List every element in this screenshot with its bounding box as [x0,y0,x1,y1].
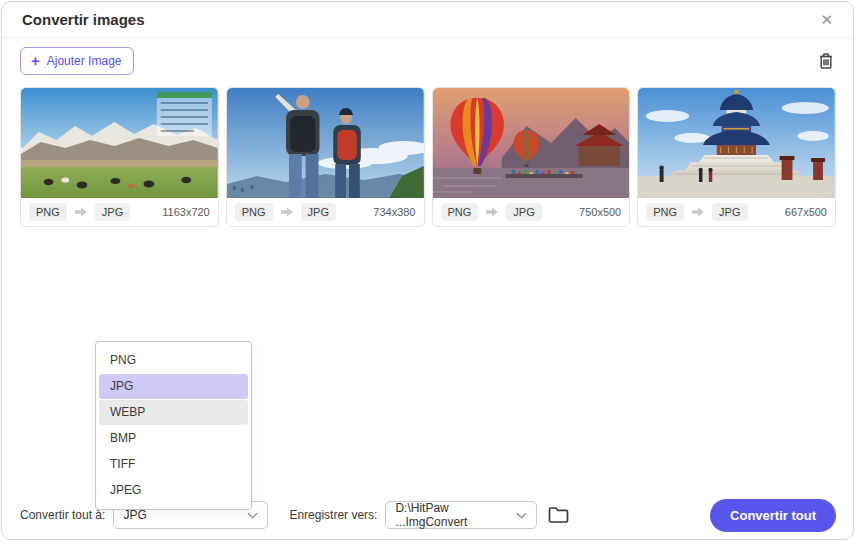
dropdown-option-jpeg[interactable]: JPEG [99,478,248,503]
target-format-badge: JPG [506,203,541,221]
image-dimensions: 750x500 [579,206,621,218]
format-dropdown-menu: PNG JPG WEBP BMP TIFF JPEG [95,341,252,510]
arrow-right-icon [280,207,294,217]
save-path-value: D:\HitPaw ...ImgConvert [395,501,516,529]
image-card[interactable]: PNG JPG 667x500 [637,87,836,227]
card-footer: PNG JPG 667x500 [638,198,835,226]
target-format-badge: JPG [95,203,130,221]
dialog-title: Convertir images [22,11,145,28]
thumbnail-temple [638,88,835,198]
thumbnail-mountain-cows [21,88,218,198]
add-image-label: Ajouter Image [47,54,122,68]
target-format-badge: JPG [301,203,336,221]
dropdown-option-bmp[interactable]: BMP [99,426,248,451]
card-footer: PNG JPG 1163x720 [21,198,218,226]
chevron-down-icon [247,512,258,519]
convert-all-button[interactable]: Convertir tout [710,499,836,532]
thumbnail-balloons [433,88,630,198]
image-dimensions: 734x380 [373,206,415,218]
card-footer: PNG JPG 750x500 [433,198,630,226]
chevron-down-icon [516,512,527,519]
convert-images-dialog: Convertir images ✕ + Ajouter Image [1,1,854,540]
dropdown-option-webp[interactable]: WEBP [99,400,248,425]
add-image-button[interactable]: + Ajouter Image [20,47,134,75]
image-list: PNG JPG 1163x720 [2,75,853,227]
dropdown-option-jpg[interactable]: JPG [99,374,248,399]
plus-icon: + [31,53,40,68]
image-dimensions: 1163x720 [162,206,210,218]
toolbar: + Ajouter Image [2,38,853,75]
image-dimensions: 667x500 [785,206,827,218]
trash-icon[interactable] [816,51,836,71]
image-card[interactable]: PNG JPG 1163x720 [20,87,219,227]
titlebar: Convertir images ✕ [2,2,853,38]
card-footer: PNG JPG 734x380 [227,198,424,226]
source-format-badge: PNG [646,203,684,221]
thumbnail-hikers [227,88,424,198]
source-format-badge: PNG [29,203,67,221]
convert-to-label: Convertir tout à: [20,508,105,522]
image-card[interactable]: PNG JPG 750x500 [432,87,631,227]
format-select-value: JPG [123,508,146,522]
source-format-badge: PNG [235,203,273,221]
save-to-label: Enregistrer vers: [289,508,377,522]
image-card[interactable]: PNG JPG 734x380 [226,87,425,227]
close-icon[interactable]: ✕ [816,8,837,31]
dropdown-option-tiff[interactable]: TIFF [99,452,248,477]
arrow-right-icon [485,207,499,217]
arrow-right-icon [74,207,88,217]
source-format-badge: PNG [441,203,479,221]
folder-icon[interactable] [548,506,569,524]
target-format-badge: JPG [712,203,747,221]
save-path-select[interactable]: D:\HitPaw ...ImgConvert [385,501,537,529]
arrow-right-icon [691,207,705,217]
dropdown-option-png[interactable]: PNG [99,348,248,373]
